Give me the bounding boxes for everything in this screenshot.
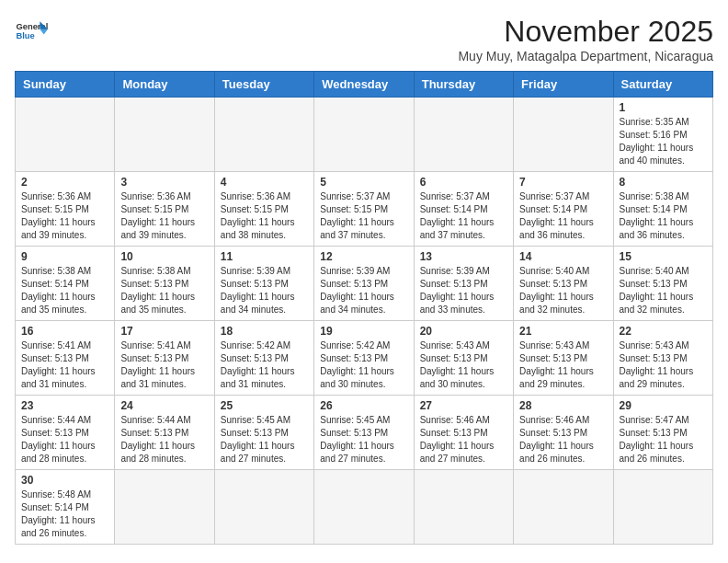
month-title: November 2025 bbox=[458, 15, 713, 49]
day-number: 8 bbox=[620, 176, 707, 189]
day-info: Sunrise: 5:42 AMSunset: 5:13 PMDaylight:… bbox=[221, 339, 308, 391]
column-header-monday: Monday bbox=[115, 72, 214, 98]
day-number: 20 bbox=[420, 325, 507, 338]
day-info: Sunrise: 5:46 AMSunset: 5:13 PMDaylight:… bbox=[420, 414, 507, 465]
calendar-week-row: 16Sunrise: 5:41 AMSunset: 5:13 PMDayligh… bbox=[16, 321, 713, 396]
day-number: 4 bbox=[221, 176, 308, 189]
calendar-week-row: 1Sunrise: 5:35 AMSunset: 5:16 PMDaylight… bbox=[16, 98, 713, 172]
day-number: 19 bbox=[320, 325, 407, 338]
calendar-day-cell bbox=[214, 98, 313, 172]
day-number: 30 bbox=[21, 474, 108, 487]
calendar-day-cell: 6Sunrise: 5:37 AMSunset: 5:14 PMDaylight… bbox=[414, 172, 513, 247]
day-info: Sunrise: 5:36 AMSunset: 5:15 PMDaylight:… bbox=[120, 190, 208, 242]
calendar-day-cell: 12Sunrise: 5:39 AMSunset: 5:13 PMDayligh… bbox=[314, 247, 414, 321]
calendar-day-cell: 29Sunrise: 5:47 AMSunset: 5:13 PMDayligh… bbox=[613, 396, 712, 470]
calendar-day-cell: 5Sunrise: 5:37 AMSunset: 5:15 PMDaylight… bbox=[314, 172, 414, 247]
calendar-day-cell bbox=[16, 98, 115, 172]
calendar-day-cell bbox=[214, 470, 313, 545]
calendar-day-cell bbox=[514, 470, 613, 545]
day-number: 21 bbox=[519, 325, 607, 338]
column-header-friday: Friday bbox=[514, 72, 613, 98]
calendar-day-cell: 16Sunrise: 5:41 AMSunset: 5:13 PMDayligh… bbox=[16, 321, 115, 396]
calendar-day-cell: 22Sunrise: 5:43 AMSunset: 5:13 PMDayligh… bbox=[613, 321, 712, 396]
day-number: 17 bbox=[120, 325, 208, 338]
day-info: Sunrise: 5:37 AMSunset: 5:15 PMDaylight:… bbox=[320, 190, 407, 242]
calendar-table: SundayMondayTuesdayWednesdayThursdayFrid… bbox=[15, 71, 713, 545]
day-info: Sunrise: 5:36 AMSunset: 5:15 PMDaylight:… bbox=[21, 190, 108, 242]
day-info: Sunrise: 5:39 AMSunset: 5:13 PMDaylight:… bbox=[420, 265, 507, 316]
day-info: Sunrise: 5:43 AMSunset: 5:13 PMDaylight:… bbox=[620, 339, 707, 391]
calendar-day-cell: 14Sunrise: 5:40 AMSunset: 5:13 PMDayligh… bbox=[514, 247, 613, 321]
day-info: Sunrise: 5:41 AMSunset: 5:13 PMDaylight:… bbox=[21, 339, 108, 391]
calendar-day-cell: 11Sunrise: 5:39 AMSunset: 5:13 PMDayligh… bbox=[214, 247, 313, 321]
calendar-day-cell: 8Sunrise: 5:38 AMSunset: 5:14 PMDaylight… bbox=[613, 172, 712, 247]
day-info: Sunrise: 5:46 AMSunset: 5:13 PMDaylight:… bbox=[519, 414, 607, 465]
calendar-day-cell bbox=[414, 98, 513, 172]
day-number: 12 bbox=[320, 250, 407, 263]
calendar-day-cell: 23Sunrise: 5:44 AMSunset: 5:13 PMDayligh… bbox=[16, 396, 115, 470]
title-section: November 2025 Muy Muy, Matagalpa Departm… bbox=[458, 15, 713, 63]
column-header-saturday: Saturday bbox=[613, 72, 712, 98]
day-info: Sunrise: 5:43 AMSunset: 5:13 PMDaylight:… bbox=[420, 339, 507, 391]
calendar-day-cell: 30Sunrise: 5:48 AMSunset: 5:14 PMDayligh… bbox=[16, 470, 115, 545]
day-info: Sunrise: 5:39 AMSunset: 5:13 PMDaylight:… bbox=[221, 265, 308, 316]
calendar-day-cell bbox=[514, 98, 613, 172]
calendar-day-cell: 26Sunrise: 5:45 AMSunset: 5:13 PMDayligh… bbox=[314, 396, 414, 470]
calendar-day-cell: 18Sunrise: 5:42 AMSunset: 5:13 PMDayligh… bbox=[214, 321, 313, 396]
day-info: Sunrise: 5:35 AMSunset: 5:16 PMDaylight:… bbox=[620, 116, 707, 167]
calendar-day-cell: 21Sunrise: 5:43 AMSunset: 5:13 PMDayligh… bbox=[514, 321, 613, 396]
day-info: Sunrise: 5:44 AMSunset: 5:13 PMDaylight:… bbox=[120, 414, 208, 465]
day-number: 27 bbox=[420, 399, 507, 412]
day-number: 13 bbox=[420, 250, 507, 263]
calendar-day-cell: 20Sunrise: 5:43 AMSunset: 5:13 PMDayligh… bbox=[414, 321, 513, 396]
calendar-day-cell: 24Sunrise: 5:44 AMSunset: 5:13 PMDayligh… bbox=[115, 396, 214, 470]
calendar-day-cell bbox=[314, 470, 414, 545]
page-header: General Blue November 2025 Muy Muy, Mata… bbox=[15, 15, 713, 63]
day-info: Sunrise: 5:38 AMSunset: 5:13 PMDaylight:… bbox=[120, 265, 208, 316]
day-number: 18 bbox=[221, 325, 308, 338]
column-header-sunday: Sunday bbox=[16, 72, 115, 98]
day-number: 15 bbox=[620, 250, 707, 263]
day-number: 14 bbox=[519, 250, 607, 263]
calendar-day-cell: 3Sunrise: 5:36 AMSunset: 5:15 PMDaylight… bbox=[115, 172, 214, 247]
day-info: Sunrise: 5:48 AMSunset: 5:14 PMDaylight:… bbox=[21, 488, 108, 540]
calendar-day-cell: 1Sunrise: 5:35 AMSunset: 5:16 PMDaylight… bbox=[613, 98, 712, 172]
logo: General Blue bbox=[15, 15, 48, 48]
calendar-day-cell: 2Sunrise: 5:36 AMSunset: 5:15 PMDaylight… bbox=[16, 172, 115, 247]
calendar-day-cell: 15Sunrise: 5:40 AMSunset: 5:13 PMDayligh… bbox=[613, 247, 712, 321]
day-number: 9 bbox=[21, 250, 108, 263]
day-number: 22 bbox=[620, 325, 707, 338]
calendar-day-cell: 13Sunrise: 5:39 AMSunset: 5:13 PMDayligh… bbox=[414, 247, 513, 321]
calendar-day-cell bbox=[613, 470, 712, 545]
day-info: Sunrise: 5:45 AMSunset: 5:13 PMDaylight:… bbox=[221, 414, 308, 465]
day-info: Sunrise: 5:39 AMSunset: 5:13 PMDaylight:… bbox=[320, 265, 407, 316]
day-info: Sunrise: 5:40 AMSunset: 5:13 PMDaylight:… bbox=[620, 265, 707, 316]
day-info: Sunrise: 5:43 AMSunset: 5:13 PMDaylight:… bbox=[519, 339, 607, 391]
calendar-day-cell: 19Sunrise: 5:42 AMSunset: 5:13 PMDayligh… bbox=[314, 321, 414, 396]
day-number: 7 bbox=[519, 176, 607, 189]
day-info: Sunrise: 5:42 AMSunset: 5:13 PMDaylight:… bbox=[320, 339, 407, 391]
calendar-day-cell: 9Sunrise: 5:38 AMSunset: 5:14 PMDaylight… bbox=[16, 247, 115, 321]
calendar-day-cell bbox=[314, 98, 414, 172]
day-number: 11 bbox=[221, 250, 308, 263]
day-info: Sunrise: 5:37 AMSunset: 5:14 PMDaylight:… bbox=[420, 190, 507, 242]
calendar-day-cell: 27Sunrise: 5:46 AMSunset: 5:13 PMDayligh… bbox=[414, 396, 513, 470]
day-number: 26 bbox=[320, 399, 407, 412]
day-number: 16 bbox=[21, 325, 108, 338]
svg-text:Blue: Blue bbox=[16, 31, 34, 40]
day-info: Sunrise: 5:41 AMSunset: 5:13 PMDaylight:… bbox=[120, 339, 208, 391]
day-info: Sunrise: 5:38 AMSunset: 5:14 PMDaylight:… bbox=[21, 265, 108, 316]
calendar-day-cell: 10Sunrise: 5:38 AMSunset: 5:13 PMDayligh… bbox=[115, 247, 214, 321]
day-info: Sunrise: 5:47 AMSunset: 5:13 PMDaylight:… bbox=[620, 414, 707, 465]
day-info: Sunrise: 5:37 AMSunset: 5:14 PMDaylight:… bbox=[519, 190, 607, 242]
calendar-week-row: 23Sunrise: 5:44 AMSunset: 5:13 PMDayligh… bbox=[16, 396, 713, 470]
calendar-day-cell: 25Sunrise: 5:45 AMSunset: 5:13 PMDayligh… bbox=[214, 396, 313, 470]
column-header-thursday: Thursday bbox=[414, 72, 513, 98]
day-number: 5 bbox=[320, 176, 407, 189]
calendar-day-cell: 4Sunrise: 5:36 AMSunset: 5:15 PMDaylight… bbox=[214, 172, 313, 247]
day-number: 2 bbox=[21, 176, 108, 189]
day-number: 28 bbox=[519, 399, 607, 412]
day-info: Sunrise: 5:45 AMSunset: 5:13 PMDaylight:… bbox=[320, 414, 407, 465]
logo-icon: General Blue bbox=[15, 15, 48, 48]
day-number: 23 bbox=[21, 399, 108, 412]
